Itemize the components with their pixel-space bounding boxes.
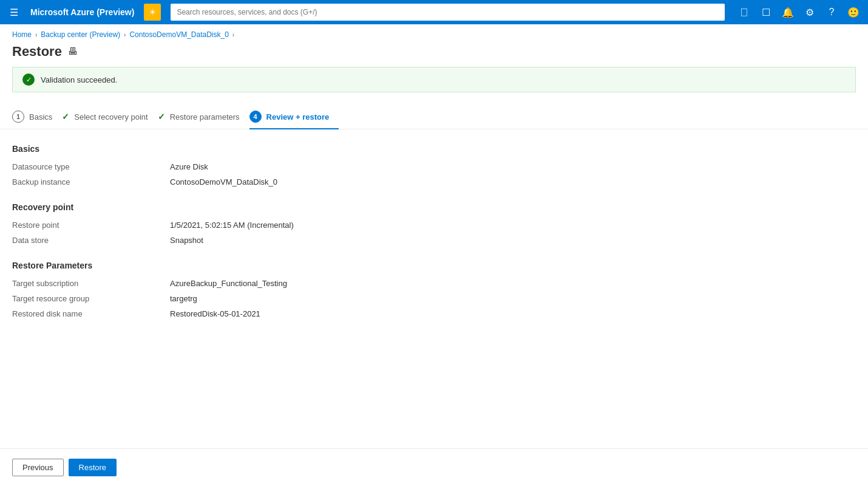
step-1-label: Basics (29, 112, 52, 122)
recovery-section-title: Recovery point (12, 202, 856, 212)
cloud-shell-icon[interactable]: ⎕ (734, 2, 754, 22)
breadcrumb-home[interactable]: Home (12, 30, 32, 39)
target-resource-group-label: Target resource group (12, 293, 170, 304)
hamburger-menu-button[interactable]: ☰ (5, 4, 23, 21)
backup-instance-label: Backup instance (12, 176, 170, 188)
step-3-check: ✓ (158, 112, 165, 122)
breadcrumb-backup-center[interactable]: Backup center (Preview) (41, 30, 120, 39)
breadcrumb-sep-2: › (124, 32, 126, 38)
wizard-step-recovery-point[interactable]: ✓ Select recovery point (62, 106, 157, 128)
validation-message: Validation succeeded. (41, 75, 117, 84)
wizard-step-review-restore[interactable]: 4 Review + restore (249, 104, 339, 129)
step-1-circle: 1 (12, 111, 24, 123)
step-2-label: Select recovery point (74, 112, 147, 122)
breadcrumb: Home › Backup center (Preview) › Contoso… (0, 24, 868, 41)
step-2-check: ✓ (62, 112, 69, 122)
validation-check-icon: ✓ (22, 74, 35, 86)
basics-info-grid: Datasource type Azure Disk Backup instan… (12, 161, 856, 188)
target-subscription-label: Target subscription (12, 278, 170, 289)
restore-params-info-grid: Target subscription AzureBackup_Function… (12, 278, 856, 320)
step-3-label: Restore parameters (170, 112, 240, 122)
restore-point-label: Restore point (12, 219, 170, 231)
help-icon[interactable]: ? (822, 2, 841, 22)
page-title: Restore (12, 44, 62, 60)
page-title-row: Restore 🖶 (0, 41, 868, 67)
main-content: Basics Datasource type Azure Disk Backup… (0, 144, 868, 448)
target-subscription-value: AzureBackup_Functional_Testing (170, 278, 856, 289)
wizard-steps: 1 Basics ✓ Select recovery point ✓ Resto… (0, 102, 868, 129)
wizard-step-restore-parameters[interactable]: ✓ Restore parameters (158, 106, 249, 128)
app-title: Microsoft Azure (Preview) (25, 7, 139, 17)
topbar: ☰ Microsoft Azure (Preview) ☀ ⎕ ☐ 🔔 ⚙ ? … (0, 0, 868, 24)
search-input[interactable] (171, 4, 725, 21)
sun-icon: ☀ (144, 4, 161, 21)
target-resource-group-value: targetrg (170, 293, 856, 304)
step-4-label: Review + restore (266, 112, 330, 122)
restore-params-section-title: Restore Parameters (12, 261, 856, 270)
step-4-circle: 4 (249, 111, 262, 123)
restore-button[interactable]: Restore (69, 459, 117, 476)
data-store-value: Snapshot (170, 234, 856, 246)
breadcrumb-sep-3: › (232, 32, 234, 38)
notifications-icon[interactable]: 🔔 (778, 2, 798, 22)
footer: Previous Restore (0, 448, 868, 486)
settings-icon[interactable]: ⚙ (800, 2, 819, 22)
breadcrumb-resource[interactable]: ContosoDemoVM_DataDisk_0 (129, 30, 228, 39)
datasource-type-label: Datasource type (12, 161, 170, 173)
restored-disk-name-value: RestoredDisk-05-01-2021 (170, 308, 856, 320)
portal-menu-icon[interactable]: ☐ (756, 2, 776, 22)
restored-disk-name-label: Restored disk name (12, 308, 170, 320)
account-icon[interactable]: 🙂 (844, 2, 863, 22)
basics-section-title: Basics (12, 144, 856, 154)
recovery-info-grid: Restore point 1/5/2021, 5:02:15 AM (Incr… (12, 219, 856, 246)
validation-banner: ✓ Validation succeeded. (12, 67, 856, 92)
backup-instance-value: ContosoDemoVM_DataDisk_0 (170, 176, 856, 188)
breadcrumb-sep-1: › (35, 32, 37, 38)
datasource-type-value: Azure Disk (170, 161, 856, 173)
previous-button[interactable]: Previous (12, 459, 64, 476)
data-store-label: Data store (12, 234, 170, 246)
topbar-icons: ⎕ ☐ 🔔 ⚙ ? 🙂 (734, 2, 863, 22)
content-area: Home › Backup center (Preview) › Contoso… (0, 24, 868, 448)
print-icon[interactable]: 🖶 (68, 46, 78, 57)
wizard-step-basics[interactable]: 1 Basics (12, 104, 62, 129)
restore-point-value: 1/5/2021, 5:02:15 AM (Incremental) (170, 219, 856, 231)
